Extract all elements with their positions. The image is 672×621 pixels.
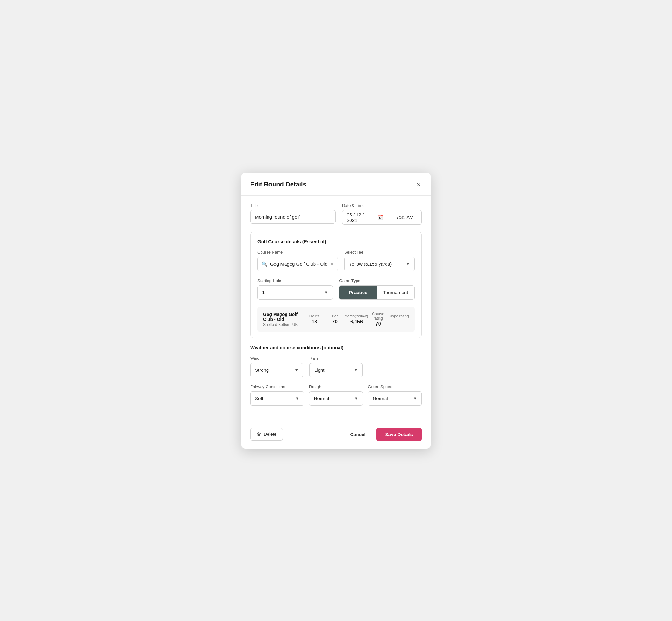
golf-course-section-title: Golf Course details (Essential) — [257, 239, 415, 244]
course-info-box: Gog Magog Golf Club - Old, Shelford Bott… — [257, 307, 415, 332]
weather-section-title: Weather and course conditions (optional) — [250, 345, 422, 350]
rain-label: Rain — [309, 356, 363, 361]
green-speed-dropdown[interactable]: Normal ▼ — [368, 391, 422, 406]
course-tee-row: Course Name 🔍 ✕ Select Tee Yellow (6,156… — [257, 250, 415, 272]
starting-hole-dropdown[interactable]: 1 ▼ — [257, 285, 333, 300]
chevron-down-icon-6: ▼ — [354, 396, 358, 401]
footer-right: Cancel Save Details — [345, 427, 422, 441]
modal-footer: 🗑 Delete Cancel Save Details — [241, 422, 431, 449]
course-name-label: Course Name — [257, 250, 338, 255]
slope-rating-label: Slope rating — [388, 314, 409, 318]
title-group: Title — [250, 203, 336, 225]
search-icon: 🔍 — [261, 261, 267, 267]
rain-dropdown[interactable]: Light ▼ — [309, 363, 363, 377]
holes-value: 18 — [304, 319, 325, 325]
course-name-input[interactable] — [270, 261, 330, 266]
save-button[interactable]: Save Details — [376, 427, 422, 441]
practice-toggle-button[interactable]: Practice — [339, 286, 377, 299]
chevron-down-icon-5: ▼ — [295, 396, 299, 401]
game-type-group: Game Type Practice Tournament — [339, 278, 415, 300]
wind-value: Strong — [255, 367, 294, 373]
yards-label: Yards(Yellow) — [345, 314, 368, 318]
trash-icon: 🗑 — [257, 432, 261, 437]
modal-header: Edit Round Details × — [241, 173, 431, 196]
rough-dropdown[interactable]: Normal ▼ — [309, 391, 363, 406]
course-stat-yards: Yards(Yellow) 6,156 — [345, 314, 368, 325]
fairway-group: Fairway Conditions Soft ▼ — [250, 384, 304, 406]
chevron-down-icon-4: ▼ — [354, 368, 358, 372]
calendar-icon: 📅 — [377, 214, 383, 220]
tournament-toggle-button[interactable]: Tournament — [377, 286, 415, 299]
holes-label: Holes — [304, 314, 325, 318]
green-speed-label: Green Speed — [368, 384, 422, 389]
chevron-down-icon-3: ▼ — [294, 368, 298, 372]
delete-label: Delete — [264, 432, 277, 437]
rough-label: Rough — [309, 384, 363, 389]
delete-button[interactable]: 🗑 Delete — [250, 428, 283, 441]
title-datetime-row: Title Date & Time 05 / 12 / 2021 📅 7:31 … — [250, 203, 422, 225]
title-input[interactable] — [250, 210, 336, 224]
fairway-label: Fairway Conditions — [250, 384, 304, 389]
course-stat-slope-rating: Slope rating - — [388, 314, 409, 325]
title-label: Title — [250, 203, 336, 208]
datetime-group: Date & Time 05 / 12 / 2021 📅 7:31 AM — [342, 203, 422, 225]
rough-value: Normal — [314, 396, 354, 401]
wind-label: Wind — [250, 356, 303, 361]
date-time-row: 05 / 12 / 2021 📅 7:31 AM — [342, 210, 422, 225]
select-tee-dropdown[interactable]: Yellow (6,156 yards) ▼ — [344, 257, 415, 272]
rain-value: Light — [314, 367, 354, 373]
wind-group: Wind Strong ▼ — [250, 356, 303, 377]
green-speed-value: Normal — [373, 396, 413, 401]
modal-title: Edit Round Details — [250, 181, 306, 188]
yards-value: 6,156 — [345, 319, 368, 325]
select-tee-label: Select Tee — [344, 250, 415, 255]
course-info-location: Shelford Bottom, UK — [263, 323, 304, 327]
hole-gametype-row: Starting Hole 1 ▼ Game Type Practice Tou… — [257, 278, 415, 300]
date-input[interactable]: 05 / 12 / 2021 📅 — [342, 210, 388, 225]
time-input[interactable]: 7:31 AM — [388, 210, 422, 225]
fairway-rough-green-row: Fairway Conditions Soft ▼ Rough Normal ▼… — [250, 384, 422, 406]
edit-round-modal: Edit Round Details × Title Date & Time 0… — [241, 173, 431, 449]
course-name-group: Course Name 🔍 ✕ — [257, 250, 338, 272]
game-type-toggle: Practice Tournament — [339, 285, 415, 300]
modal-body: Title Date & Time 05 / 12 / 2021 📅 7:31 … — [241, 196, 431, 420]
fairway-value: Soft — [255, 396, 295, 401]
slope-rating-value: - — [388, 319, 409, 325]
course-info-name-group: Gog Magog Golf Club - Old, Shelford Bott… — [263, 312, 304, 327]
clear-icon[interactable]: ✕ — [330, 261, 334, 266]
course-stat-holes: Holes 18 — [304, 314, 325, 325]
fairway-dropdown[interactable]: Soft ▼ — [250, 391, 304, 406]
date-value: 05 / 12 / 2021 — [347, 212, 375, 223]
green-speed-group: Green Speed Normal ▼ — [368, 384, 422, 406]
datetime-label: Date & Time — [342, 203, 422, 208]
weather-section: Weather and course conditions (optional)… — [250, 345, 422, 406]
wind-dropdown[interactable]: Strong ▼ — [250, 363, 303, 377]
chevron-down-icon-2: ▼ — [324, 290, 328, 295]
course-stat-course-rating: Course rating 70 — [368, 312, 388, 327]
select-tee-group: Select Tee Yellow (6,156 yards) ▼ — [344, 250, 415, 272]
course-stat-par: Par 70 — [325, 314, 345, 325]
course-name-search[interactable]: 🔍 ✕ — [257, 257, 338, 272]
close-button[interactable]: × — [416, 180, 422, 189]
course-rating-label: Course rating — [368, 312, 388, 321]
par-label: Par — [325, 314, 345, 318]
rough-group: Rough Normal ▼ — [309, 384, 363, 406]
chevron-down-icon-7: ▼ — [413, 396, 417, 401]
game-type-label: Game Type — [339, 278, 415, 283]
chevron-down-icon: ▼ — [406, 261, 410, 266]
time-value: 7:31 AM — [396, 215, 414, 220]
golf-course-section: Golf Course details (Essential) Course N… — [250, 232, 422, 338]
starting-hole-group: Starting Hole 1 ▼ — [257, 278, 333, 300]
course-info-name: Gog Magog Golf Club - Old, — [263, 312, 304, 322]
par-value: 70 — [325, 319, 345, 325]
course-rating-value: 70 — [368, 321, 388, 327]
select-tee-value: Yellow (6,156 yards) — [349, 261, 406, 266]
rain-group: Rain Light ▼ — [309, 356, 363, 377]
starting-hole-value: 1 — [262, 290, 324, 295]
starting-hole-label: Starting Hole — [257, 278, 333, 283]
wind-rain-row: Wind Strong ▼ Rain Light ▼ — [250, 356, 422, 377]
cancel-button[interactable]: Cancel — [345, 428, 370, 441]
